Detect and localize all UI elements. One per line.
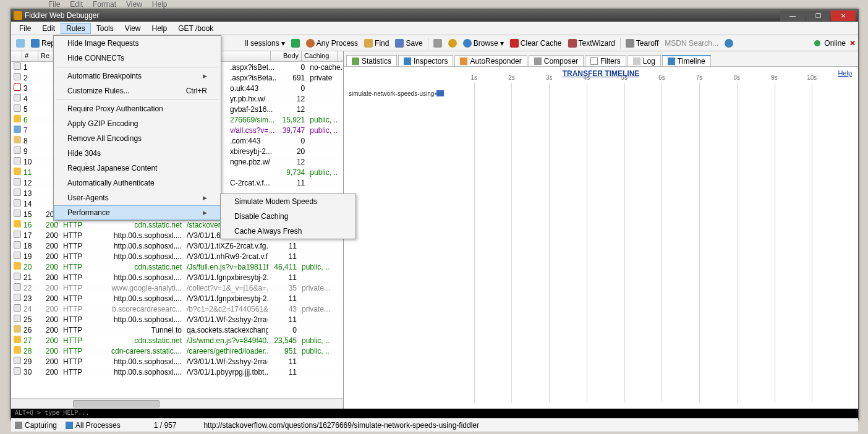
menu-file[interactable]: File [14,23,36,34]
status-url: http://stackoverflow.com/questions/16276… [203,421,479,430]
session-type-icon [14,199,21,206]
timeline-icon [668,57,675,65]
status-processes[interactable]: All Processes [66,421,121,430]
menu-item[interactable]: Remove All Encodings [54,131,221,146]
find-button[interactable]: Find [362,38,391,49]
submenu-item[interactable]: Simulate Modem Speeds [221,194,355,209]
maximize-button[interactable]: ❐ [806,11,830,21]
stats-icon [352,57,359,65]
menu-help[interactable]: Help [147,23,173,34]
session-type-icon [14,241,21,249]
camera-button[interactable] [431,38,445,49]
submenu-arrow-icon: ▶ [203,73,207,79]
status-capturing[interactable]: Capturing [15,421,57,430]
toolbar-close-button[interactable]: ✕ [849,39,856,48]
comment-icon [16,39,25,48]
menu-view[interactable]: View [119,23,147,34]
session-type-icon [14,304,21,312]
menu-item[interactable]: Customize Rules...Ctrl+R [54,83,221,98]
table-row[interactable]: 20200HTTPcdn.sstatic.net/Js/full.en.js?v… [11,262,343,272]
menu-item[interactable]: Request Japanese Content [54,161,221,176]
tab-filters[interactable]: Filters [585,55,626,67]
col-number[interactable]: # [22,51,38,61]
table-row[interactable]: 25200HTTPhttp.00.s.sophosxl..../V3/01/1.… [11,314,343,325]
menu-edit[interactable]: Edit [36,23,61,34]
tab-autoresponder[interactable]: AutoResponder [454,55,527,67]
table-row[interactable]: 28200HTTPcdn-careers.sstatic..../careers… [11,346,343,356]
tab-log[interactable]: Log [628,55,661,67]
capturing-icon [15,422,22,429]
session-type-icon [14,168,21,175]
menu-get-book[interactable]: GET /book [172,23,219,34]
table-row[interactable]: 19200HTTPhttp.00.s.sophosxl..../V3/01/1.… [11,251,343,262]
submenu-item[interactable]: Disable Caching [221,209,355,224]
menu-rules[interactable]: Rules [61,23,91,34]
help-button[interactable] [722,38,736,49]
msdn-search[interactable]: MSDN Search... [662,38,721,49]
target-icon [306,39,315,48]
submenu-item[interactable]: Cache Always Fresh [221,224,355,239]
fiddler-app-icon [14,11,22,20]
inspector-panel: Statistics Inspectors AutoResponder Comp… [344,51,858,409]
titlebar[interactable]: Fiddler Web Debugger — ❐ ✕ [11,9,858,22]
col-body[interactable]: Body [271,51,302,61]
close-button[interactable]: ✕ [831,11,856,21]
menu-item[interactable]: Apply GZIP Encoding [54,116,221,131]
table-row[interactable]: 30200HTTPhttp.00.s.sophosxl..../V3/01/1.… [11,367,343,377]
session-type-icon [14,126,21,133]
table-row[interactable]: 27200HTTPcdn.sstatic.net/Js/wmd.en.js?v=… [11,335,343,346]
table-row[interactable]: 29200HTTPhttp.00.s.sophosxl..../V3/01/1.… [11,356,343,367]
menu-item[interactable]: Require Proxy Authentication [54,101,221,116]
horizontal-scrollbar[interactable] [11,398,343,409]
table-row[interactable]: 18200HTTPhttp.00.s.sophosxl..../V3/01/1.… [11,240,343,251]
clear-cache-button[interactable]: Clear Cache [508,38,564,49]
quickexec-bar[interactable]: ALT+Q > type HELP... [11,409,858,418]
save-button[interactable]: Save [393,38,425,49]
table-row[interactable]: 21200HTTPhttp.00.s.sophosxl..../V3/01/1.… [11,272,343,283]
menu-item[interactable]: Performance▶ [54,205,221,220]
browse-button[interactable]: Browse ▾ [461,38,506,49]
textwizard-button[interactable]: TextWizard [566,38,618,49]
session-type-icon [14,62,21,70]
fiddler-window: Fiddler Web Debugger — ❐ ✕ File Edit Rul… [11,9,859,420]
timeline-tick-label: 10s [807,74,817,81]
menu-item[interactable]: User-Agents▶ [54,190,221,205]
online-indicator-icon [814,40,820,46]
tab-composer[interactable]: Composer [529,55,584,67]
table-row[interactable]: 24200HTTPb.scorecardresearc.../b?c1=2&c2… [11,304,343,314]
remove-sessions-button[interactable]: ll sessions ▾ [242,38,287,49]
menu-item[interactable]: Hide 304s [54,146,221,161]
tearoff-button[interactable]: Tearoff [623,38,661,49]
tab-inspectors[interactable]: Inspectors [398,55,453,67]
menu-item[interactable]: Automatically Authenticate [54,176,221,190]
table-row[interactable]: 26200HTTPTunnel toqa.sockets.stackexchan… [11,325,343,335]
any-process-button[interactable]: Any Process [304,38,360,49]
comment-button[interactable] [14,38,27,49]
session-type-icon [14,273,21,280]
submenu-arrow-icon: ▶ [203,210,207,216]
menu-tools[interactable]: Tools [91,23,119,34]
timer-icon [448,39,457,48]
timer-button[interactable] [446,38,459,49]
menu-item[interactable]: Hide Image Requests [54,36,221,51]
go-button[interactable] [289,38,302,49]
tab-timeline[interactable]: Timeline [662,55,711,67]
timeline-entry-label: simulate-network-speeds-using-fid [349,90,443,97]
textwizard-icon [568,39,577,48]
tab-statistics[interactable]: Statistics [346,55,397,67]
table-row[interactable]: 22200HTTPwww.google-analyti.../collect?v… [11,283,343,293]
log-icon [633,57,640,65]
minimize-button[interactable]: — [780,11,805,21]
filters-icon [590,57,598,65]
session-type-icon [14,73,21,80]
col-caching[interactable]: Caching [302,51,338,61]
timeline-bar [436,90,444,96]
timeline-tick-label: 1s [470,74,477,81]
menu-item[interactable]: Automatic Breakpoints▶ [54,69,221,83]
session-type-icon [14,94,21,101]
table-row[interactable]: 23200HTTPhttp.00.s.sophosxl..../V3/01/1.… [11,293,343,304]
timeline-help-link[interactable]: Help [838,69,852,77]
menu-item[interactable]: Hide CONNECTs [54,51,221,66]
camera-icon [433,39,442,48]
status-bar: Capturing All Processes 1 / 957 http://s… [11,418,858,432]
